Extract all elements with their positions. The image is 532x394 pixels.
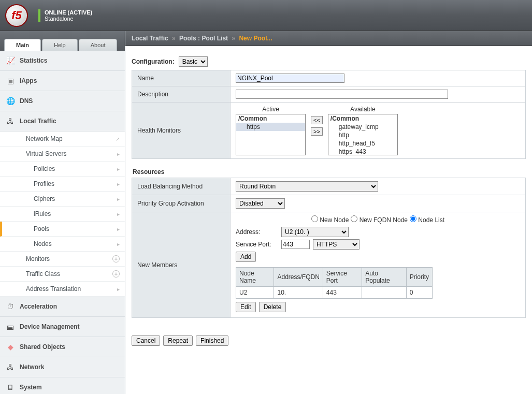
- breadcrumb-current: New Pool...: [239, 35, 272, 42]
- table-row[interactable]: U2 10. 443 0: [236, 287, 433, 299]
- nav-sharedobjects-label: Shared Objects: [20, 343, 65, 351]
- lbm-select[interactable]: Round Robin: [236, 181, 378, 192]
- th-pri: Priority: [406, 268, 432, 287]
- network-icon: 🖧: [5, 362, 16, 372]
- repeat-button[interactable]: Repeat: [163, 335, 193, 346]
- nav-iapps-label: iApps: [20, 77, 37, 84]
- cell-pri: 0: [406, 287, 432, 299]
- nav-trafficclass-label: Traffic Class: [26, 270, 60, 278]
- nav-nodes[interactable]: Nodes▸: [0, 237, 125, 252]
- nav-localtraffic-label: Local Traffic: [20, 118, 56, 125]
- nav-localtraffic[interactable]: 🖧 Local Traffic: [0, 111, 125, 132]
- move-left-button[interactable]: <<: [311, 116, 323, 124]
- status-mode: Standalone: [45, 16, 74, 22]
- status-indicator-icon: [38, 9, 40, 16]
- cell-node: U2: [236, 287, 274, 299]
- nav-network[interactable]: 🖧 Network: [0, 357, 125, 377]
- th-port: Service Port: [323, 268, 362, 287]
- content-area: Local Traffic » Pools : Pool List » New …: [125, 31, 532, 394]
- port-input[interactable]: [281, 240, 310, 249]
- nav-devicemgmt[interactable]: 🖴 Device Management: [0, 317, 125, 337]
- chevron-right-icon: ▸: [117, 151, 120, 157]
- nav-devicemgmt-label: Device Management: [20, 323, 79, 330]
- members-table: Node Name Address/FQDN Service Port Auto…: [236, 267, 433, 299]
- configuration-select[interactable]: Basic: [179, 56, 208, 67]
- breadcrumb-a[interactable]: Local Traffic: [132, 35, 168, 42]
- description-input[interactable]: [236, 90, 448, 99]
- nav-ciphers-label: Ciphers: [34, 195, 55, 202]
- active-item[interactable]: https: [236, 123, 305, 131]
- nav-statistics-label: Statistics: [20, 57, 47, 64]
- members-label: New Members: [132, 212, 231, 318]
- radio-nodelist[interactable]: Node List: [410, 215, 444, 224]
- move-right-button[interactable]: >>: [311, 127, 323, 136]
- top-header: f5 ONLINE (ACTIVE) Standalone: [0, 0, 532, 31]
- chevron-right-icon: ▸: [117, 241, 120, 247]
- active-listbox[interactable]: /Common https: [236, 114, 306, 155]
- plus-icon[interactable]: +: [112, 270, 120, 278]
- nav-dns-label: DNS: [20, 97, 33, 105]
- plus-icon[interactable]: +: [112, 255, 120, 262]
- cancel-button[interactable]: Cancel: [132, 335, 160, 346]
- nav-networkmap[interactable]: Network Map↗: [0, 132, 125, 147]
- port-label: Service Port:: [236, 241, 278, 248]
- nav-sharedobjects[interactable]: ◆ Shared Objects: [0, 337, 125, 357]
- nav-system[interactable]: 🖥 System: [0, 377, 125, 394]
- breadcrumb-b[interactable]: Pools : Pool List: [179, 35, 228, 42]
- sidebar-tabs: Main Help About: [0, 31, 125, 51]
- nav-pools[interactable]: Pools▸: [0, 222, 125, 237]
- description-label: Description: [132, 86, 231, 103]
- nav-iapps[interactable]: ▣ iApps: [0, 71, 125, 91]
- delete-button[interactable]: Delete: [259, 302, 286, 312]
- pga-select[interactable]: Disabled: [236, 198, 285, 209]
- nav-pools-label: Pools: [34, 225, 49, 232]
- nav-addresstranslation[interactable]: Address Translation▸: [0, 282, 125, 297]
- nav-irules[interactable]: iRules▸: [0, 207, 125, 222]
- chevron-right-icon: ▸: [117, 226, 120, 232]
- radio-newnode[interactable]: New Node: [311, 215, 349, 224]
- nav-trafficclass[interactable]: Traffic Class+: [0, 267, 125, 282]
- name-input[interactable]: [236, 74, 344, 83]
- address-select[interactable]: U2 (10. ): [281, 227, 349, 237]
- edit-button[interactable]: Edit: [236, 302, 256, 312]
- chart-icon: 📈: [5, 55, 16, 66]
- nav-dns[interactable]: 🌐 DNS: [0, 91, 125, 111]
- health-monitors-duallist: Active /Common https << >>: [236, 106, 520, 155]
- add-button[interactable]: Add: [236, 252, 256, 262]
- radio-newfqdn[interactable]: New FQDN Node: [351, 215, 408, 224]
- iapps-icon: ▣: [5, 76, 16, 86]
- th-addr: Address/FQDN: [274, 268, 323, 287]
- available-label: Available: [328, 106, 398, 113]
- avail-item[interactable]: gateway_icmp: [328, 123, 397, 131]
- nav-profiles[interactable]: Profiles▸: [0, 177, 125, 192]
- nav-networkmap-label: Network Map: [26, 135, 63, 142]
- nav-acceleration[interactable]: ⏱ Acceleration: [0, 297, 125, 317]
- tab-main[interactable]: Main: [4, 39, 41, 51]
- available-listbox[interactable]: /Common gateway_icmp http http_head_f5 h…: [328, 114, 398, 155]
- nav-virtualservers[interactable]: Virtual Servers▸: [0, 147, 125, 162]
- tab-about[interactable]: About: [79, 39, 118, 51]
- chevron-right-icon: ▸: [117, 211, 120, 217]
- status-block: ONLINE (ACTIVE) Standalone: [38, 9, 92, 22]
- avail-item[interactable]: http_head_f5: [328, 139, 397, 148]
- finished-button[interactable]: Finished: [196, 335, 228, 346]
- avail-item[interactable]: https_443: [328, 148, 397, 155]
- tab-help[interactable]: Help: [42, 39, 78, 51]
- chevron-right-icon: ▸: [117, 196, 120, 202]
- resources-header: Resources: [132, 166, 526, 178]
- nav-statistics[interactable]: 📈 Statistics: [0, 51, 125, 71]
- breadcrumb: Local Traffic » Pools : Pool List » New …: [125, 31, 532, 46]
- cell-port: 443: [323, 287, 362, 299]
- gauge-icon: ⏱: [5, 301, 16, 312]
- nav-policies-label: Policies: [34, 165, 55, 172]
- device-icon: 🖴: [5, 322, 16, 332]
- configuration-label: Configuration:: [132, 58, 175, 65]
- nav-profiles-label: Profiles: [34, 180, 54, 187]
- globe-icon: 🌐: [5, 96, 16, 106]
- nav-policies[interactable]: Policies▸: [0, 162, 125, 177]
- port-proto-select[interactable]: HTTPS: [313, 239, 360, 250]
- nav-addresstranslation-label: Address Translation: [26, 285, 81, 293]
- avail-item[interactable]: http: [328, 131, 397, 139]
- nav-ciphers[interactable]: Ciphers▸: [0, 192, 125, 207]
- nav-monitors[interactable]: Monitors+: [0, 252, 125, 267]
